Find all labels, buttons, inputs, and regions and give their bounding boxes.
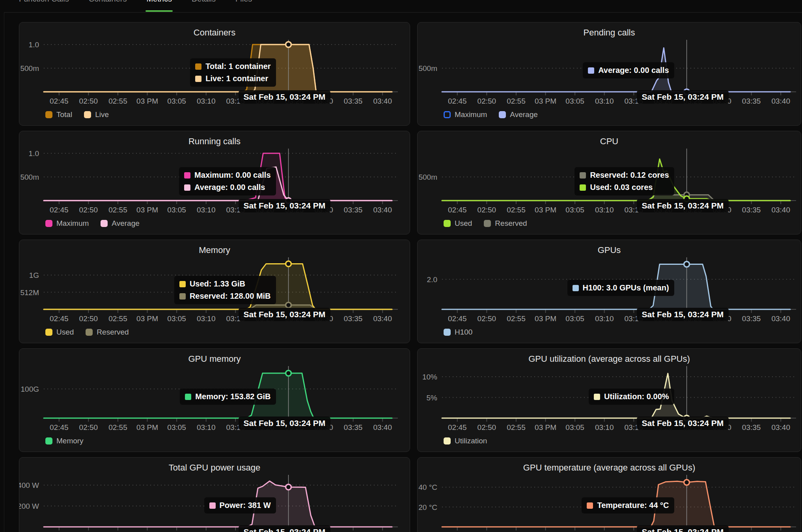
chart-legend: TotalLive xyxy=(45,110,109,119)
svg-text:02:45: 02:45 xyxy=(448,206,467,214)
tooltip-text: Total: 1 container xyxy=(205,62,270,71)
legend-item-utilization[interactable]: Utilization xyxy=(444,437,487,445)
chart-legend: MaximumAverage xyxy=(45,219,140,228)
tooltip-swatch xyxy=(209,502,216,509)
svg-text:02:50: 02:50 xyxy=(79,423,98,432)
legend-label: Total xyxy=(56,110,72,119)
svg-text:03:10: 03:10 xyxy=(595,423,614,432)
legend-swatch xyxy=(45,220,52,227)
tab-bar: Function Calls Containers Metrics Detail… xyxy=(19,0,252,4)
legend-label: Utilization xyxy=(455,437,487,445)
chart-legend: H100 xyxy=(444,328,472,337)
svg-text:03 PM: 03 PM xyxy=(136,97,158,105)
svg-text:03:40: 03:40 xyxy=(373,206,392,214)
tooltip-swatch xyxy=(195,63,201,70)
chart-plot-gpu-temperature[interactable]: 40 °C20 °C02:4502:5002:5503 PM03:0503:10… xyxy=(418,458,801,532)
legend-item-average[interactable]: Average xyxy=(101,219,139,228)
svg-text:02:45: 02:45 xyxy=(448,97,467,105)
tooltip-swatch xyxy=(573,285,579,291)
legend-item-used[interactable]: Used xyxy=(45,328,74,337)
tooltip-row: H100: 3.0 GPUs (mean) xyxy=(573,283,669,292)
svg-text:02:45: 02:45 xyxy=(448,423,467,432)
tooltip-text: Reserved: 0.12 cores xyxy=(590,171,669,180)
tab-details[interactable]: Details xyxy=(192,0,216,4)
tooltip-swatch xyxy=(179,281,186,287)
svg-text:03:05: 03:05 xyxy=(565,206,584,214)
tooltip-text: H100: 3.0 GPUs (mean) xyxy=(583,283,669,292)
svg-text:03:35: 03:35 xyxy=(344,97,363,105)
svg-text:03 PM: 03 PM xyxy=(535,423,556,432)
tooltip-row: Utilization: 0.00% xyxy=(594,392,669,401)
svg-text:03:10: 03:10 xyxy=(595,314,614,323)
svg-text:02:45: 02:45 xyxy=(50,423,69,432)
chart-panel-memory: Memory1G512M02:4502:5002:5503 PM03:0503:… xyxy=(19,240,410,343)
legend-label: Average xyxy=(510,110,537,119)
legend-item-live[interactable]: Live xyxy=(84,110,109,119)
svg-text:03:10: 03:10 xyxy=(197,97,216,105)
legend-label: Average xyxy=(112,219,139,228)
legend-item-total[interactable]: Total xyxy=(45,110,72,119)
tab-function-calls[interactable]: Function Calls xyxy=(19,0,69,4)
svg-text:03:40: 03:40 xyxy=(771,423,790,432)
legend-item-h100[interactable]: H100 xyxy=(444,328,472,337)
legend-item-reserved[interactable]: Reserved xyxy=(484,219,527,228)
svg-text:500m: 500m xyxy=(20,173,39,181)
tab-metrics[interactable]: Metrics xyxy=(146,0,172,4)
legend-item-average[interactable]: Average xyxy=(499,110,537,119)
svg-text:2.0: 2.0 xyxy=(427,275,437,284)
legend-swatch xyxy=(444,437,451,445)
tooltip-row: Power: 381 W xyxy=(209,501,271,510)
chart-panel-containers: Containers1.0500m02:4502:5002:5503 PM03:… xyxy=(19,22,410,126)
svg-text:03:40: 03:40 xyxy=(771,206,790,214)
svg-text:1.0: 1.0 xyxy=(29,149,39,158)
svg-text:200 W: 200 W xyxy=(19,502,39,510)
svg-text:03:05: 03:05 xyxy=(167,206,186,214)
tab-files[interactable]: Files xyxy=(235,0,252,4)
tooltip-swatch xyxy=(580,172,586,179)
cursor-date-tooltip: Sat Feb 15, 03:24 PM xyxy=(637,417,729,430)
svg-text:03:35: 03:35 xyxy=(742,97,761,105)
svg-text:02:50: 02:50 xyxy=(79,97,98,105)
legend-swatch xyxy=(86,329,93,336)
svg-text:02:50: 02:50 xyxy=(79,314,98,323)
svg-text:03 PM: 03 PM xyxy=(535,206,556,214)
tooltip-text: Live: 1 container xyxy=(205,74,268,83)
chart-panel-running-calls: Running calls1.0500m02:4502:5002:5503 PM… xyxy=(19,131,410,234)
svg-text:02:50: 02:50 xyxy=(477,314,496,323)
svg-text:02:50: 02:50 xyxy=(477,206,496,214)
legend-label: Used xyxy=(56,328,74,337)
chart-tooltip: Average: 0.00 calls xyxy=(583,62,674,78)
tooltip-row: Reserved: 0.12 cores xyxy=(580,171,669,180)
legend-item-reserved[interactable]: Reserved xyxy=(86,328,129,337)
svg-text:02:55: 02:55 xyxy=(108,206,127,214)
svg-text:500m: 500m xyxy=(418,173,437,181)
legend-label: H100 xyxy=(455,328,472,337)
svg-text:02:55: 02:55 xyxy=(507,206,526,214)
svg-text:02:55: 02:55 xyxy=(108,97,127,105)
svg-text:03 PM: 03 PM xyxy=(535,97,556,105)
tooltip-text: Used: 0.03 cores xyxy=(590,183,653,192)
svg-text:03:05: 03:05 xyxy=(565,423,584,432)
tooltip-text: Power: 381 W xyxy=(220,501,271,510)
chart-plot-gpu-power[interactable]: 400 W200 W02:4502:5002:5503 PM03:0503:10… xyxy=(19,458,410,532)
svg-text:03:05: 03:05 xyxy=(167,97,186,105)
legend-item-memory[interactable]: Memory xyxy=(45,437,84,445)
chart-tooltip: H100: 3.0 GPUs (mean) xyxy=(567,280,674,296)
cursor-date-tooltip: Sat Feb 15, 03:24 PM xyxy=(239,199,331,212)
legend-item-used[interactable]: Used xyxy=(444,219,472,228)
svg-text:03:10: 03:10 xyxy=(197,314,216,323)
tooltip-text: Temperature: 44 °C xyxy=(597,501,669,510)
svg-text:03:35: 03:35 xyxy=(344,206,363,214)
legend-item-maximum[interactable]: Maximum xyxy=(45,219,89,228)
svg-text:03 PM: 03 PM xyxy=(136,206,158,214)
svg-text:02:45: 02:45 xyxy=(50,206,69,214)
tooltip-row: Total: 1 container xyxy=(195,62,270,71)
tab-containers[interactable]: Containers xyxy=(89,0,127,4)
svg-text:03:40: 03:40 xyxy=(373,314,392,323)
svg-text:03:10: 03:10 xyxy=(595,97,614,105)
legend-item-maximum[interactable]: Maximum xyxy=(444,110,487,119)
svg-text:400 W: 400 W xyxy=(19,481,39,489)
svg-text:02:45: 02:45 xyxy=(50,97,69,105)
tooltip-row: Temperature: 44 °C xyxy=(587,501,669,510)
content-left-border xyxy=(4,12,4,532)
